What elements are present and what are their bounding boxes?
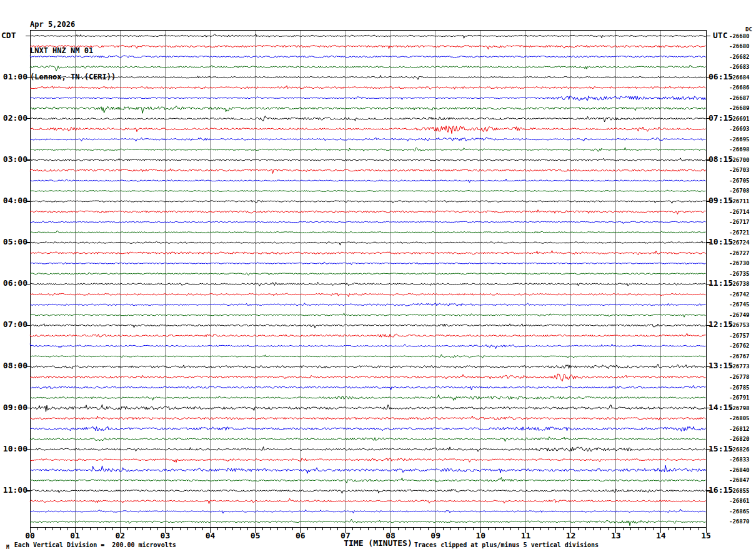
seismogram-trace-0630cdt [30,303,706,306]
dc-offset-value: -26735 [729,270,750,278]
seismogram-trace-0400cdt [30,200,706,203]
dc-offset-value: -26686 [729,84,750,91]
seismogram-trace-0645cdt [30,313,706,317]
seismogram-trace-0230cdt [30,138,706,141]
seismogram-plot [0,0,756,554]
dc-offset-value: -26812 [729,425,750,433]
helicorder-page: Apr 5,2026 LNXT HNZ NM 01 (Lennox, TN (C… [0,0,756,554]
dc-offset-value: -26753 [729,321,750,329]
seismogram-trace-0800cdt [30,364,706,368]
seismogram-trace-0930cdt [30,426,706,431]
seismogram-trace-1030cdt [30,465,706,473]
dc-offset-value: -26680 [729,43,750,50]
seismogram-trace-1115cdt [30,498,706,503]
seismogram-trace-0100cdt [30,76,706,80]
dc-offset-value: -26767 [729,353,750,360]
dc-offset-value: -26870 [729,518,750,525]
seismogram-trace-0145cdt [30,106,706,113]
dc-offset-value: -26742 [729,291,750,298]
cdt-hour-label: 08:00 [0,361,27,371]
dc-offset-value: -26847 [729,476,750,484]
seismogram-trace-0115cdt [30,86,706,89]
seismogram-trace-0430cdt [30,221,706,224]
seismogram-trace-0445cdt [30,231,706,233]
seismogram-trace-0945cdt [30,437,706,442]
minute-tick-label: 06 [291,531,310,540]
cdt-hour-label: 09:00 [0,403,27,413]
seismogram-trace-0130cdt [30,96,706,100]
dc-offset-value: -26778 [729,373,750,381]
dc-offset-value: -26757 [729,332,750,340]
dc-offset-value: -26745 [729,301,750,308]
dc-offset-value: -26785 [729,384,750,391]
dc-offset-value: -26700 [729,156,750,164]
seismogram-trace-0300cdt [30,158,706,161]
dc-offset-value: -26717 [729,218,750,226]
dc-offset-value: -26865 [729,508,750,515]
seismogram-trace-0200cdt [30,116,706,122]
seismogram-trace-0845cdt [30,395,706,401]
dc-offset-value: -26724 [729,239,750,246]
cdt-hour-label: 01:00 [0,72,27,82]
seismogram-trace-0015cdt [30,45,706,49]
dc-offset-value: -26773 [729,363,750,370]
seismogram-trace-0215cdt [30,126,706,134]
seismogram-trace-0730cdt [30,344,706,349]
minute-tick-label: 01 [66,531,84,540]
dc-offset-value: -26684 [729,74,750,81]
seismogram-trace-0715cdt [30,333,706,337]
dc-offset-value: -26693 [729,125,750,133]
minute-tick-label: 02 [111,531,129,540]
dc-offset-value: -26705 [729,177,750,184]
seismogram-trace-0515cdt [30,251,706,255]
cdt-hour-label: 05:00 [0,237,27,247]
seismogram-trace-1100cdt [30,489,706,493]
seismogram-trace-0545cdt [30,273,706,276]
seismogram-trace-1130cdt [30,509,706,513]
seismogram-trace-0830cdt [30,385,706,390]
seismogram-trace-0530cdt [30,262,706,265]
cdt-hour-label: 03:00 [0,154,27,164]
cdt-hour-label: 02:00 [0,113,27,123]
cdt-hour-label: 11:00 [0,485,27,495]
seismogram-trace-1045cdt [30,478,706,483]
vertical-division-text: Each Vertical Division = 200.00 microvol… [14,541,176,548]
seismogram-trace-0245cdt [30,148,706,151]
minute-tick-label: 09 [426,531,445,540]
minute-tick-label: 15 [697,531,715,540]
dc-offset-value: -26721 [729,229,750,236]
dc-offset-value: -26791 [729,394,750,401]
minute-tick-label: 14 [652,531,670,540]
dc-offset-value: -26680 [729,33,750,40]
microvolt-glyph: M [6,545,9,550]
seismogram-trace-0600cdt [30,282,706,286]
minute-tick-label: 11 [516,531,535,540]
seismogram-trace-1015cdt [30,458,706,463]
vertical-division-note: MEach Vertical Division = 200.00 microvo… [6,541,176,550]
dc-offset-value: -26805 [729,415,750,422]
seismogram-trace-0900cdt [30,405,706,412]
dc-offset-value: -26840 [729,466,750,474]
dc-offset-value: -26687 [729,94,750,102]
dc-offset-value: -26711 [729,198,750,205]
dc-offset-value: -26695 [729,136,750,143]
seismogram-trace-0315cdt [30,169,706,174]
minute-tick-label: 13 [607,531,625,540]
dc-offset-value: -26689 [729,104,750,112]
x-axis-title: TIME (MINUTES) [337,538,419,548]
dc-offset-value: -26855 [729,487,750,495]
seismogram-trace-0745cdt [30,355,706,358]
seismogram-trace-1000cdt [30,447,706,452]
dc-offset-value: -26798 [729,405,750,412]
seismogram-trace-0330cdt [30,179,706,183]
seismogram-trace-0815cdt [30,374,706,381]
seismogram-trace-0500cdt [30,241,706,245]
dc-offset-value: -26708 [729,187,750,194]
dc-offset-value: -26762 [729,342,750,350]
seismogram-trace-0415cdt [30,210,706,214]
seismogram-trace-0345cdt [30,190,706,192]
dc-offset-value: -26861 [729,497,750,505]
dc-offset-value: -26727 [729,249,750,257]
dc-offset-value: -26703 [729,166,750,174]
clipping-note: Traces clipped at plus/minus 5 vertical … [414,541,599,548]
